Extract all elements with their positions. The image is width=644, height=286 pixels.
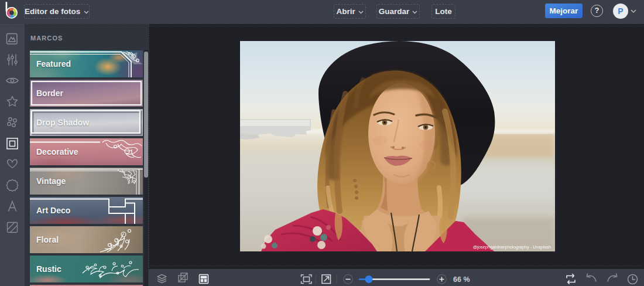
- svg-text:66 %: 66 %: [453, 275, 470, 284]
- svg-text:@josephgardnerphotography - Un: @josephgardnerphotography - Unsplash: [473, 244, 551, 250]
